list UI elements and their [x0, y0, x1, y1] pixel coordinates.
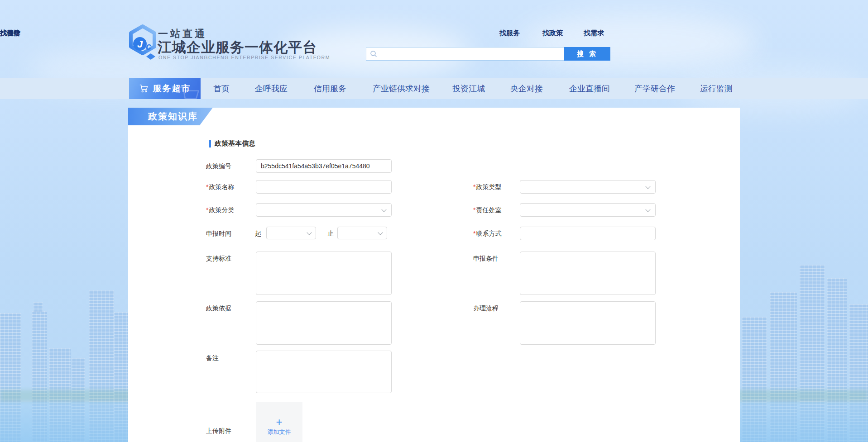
search-input[interactable]	[377, 48, 561, 60]
nav-item-invest[interactable]: 投资江城	[452, 78, 485, 99]
platform-logo-icon: J c	[128, 24, 157, 63]
brand-subtitle-en: ONE STOP JIANGCHENG ENTERPRISE SERVICE P…	[158, 55, 330, 60]
support-standard-textarea[interactable]	[256, 252, 392, 295]
cart-watermark-icon	[178, 84, 201, 99]
apply-time-to-select[interactable]	[337, 227, 387, 239]
content-panel: 政策知识库 政策基本信息 政策编号 *政策名称 *政策类型 *政策分类 *责任处…	[128, 108, 740, 442]
remark-label: 备注	[206, 354, 219, 362]
logo-letter-j: J	[137, 38, 143, 50]
duty-office-label: *责任处室	[473, 206, 501, 214]
nav-item-enterprise-response[interactable]: 企呼我应	[255, 78, 288, 99]
search-input-wrap	[366, 47, 564, 61]
section-header: 政策基本信息	[209, 139, 255, 148]
tree-band	[734, 390, 868, 402]
policy-name-input[interactable]	[256, 180, 392, 194]
apply-condition-textarea[interactable]	[520, 252, 656, 295]
nav-item-live-room[interactable]: 企业直播间	[569, 78, 610, 99]
site-header: J c 一站直通 江城企业服务一体化平台 ONE STOP JIANGCHENG…	[0, 0, 868, 78]
apply-condition-label: 申报条件	[473, 255, 499, 263]
nav-item-home[interactable]: 首页	[213, 78, 230, 99]
policy-name-label: *政策名称	[206, 183, 234, 191]
upload-label: 上传附件	[206, 427, 231, 435]
logo-letter-c: c	[146, 41, 151, 52]
nav-item-central-enterprise[interactable]: 央企对接	[510, 78, 543, 99]
cart-icon	[139, 84, 149, 94]
chevron-down-icon	[307, 230, 312, 235]
nav-item-supply-chain[interactable]: 产业链供求对接	[373, 78, 430, 99]
policy-category-select[interactable]	[256, 203, 392, 217]
duty-office-select[interactable]	[520, 203, 656, 217]
policy-basis-label: 政策依据	[206, 304, 231, 313]
quick-link-find-demand[interactable]: 找需求	[584, 29, 604, 38]
quick-link-find-cooperation[interactable]: 找合作	[0, 29, 20, 38]
plus-icon: +	[276, 417, 282, 427]
chevron-down-icon	[645, 207, 650, 212]
contact-label: *联系方式	[473, 230, 501, 238]
policy-type-label: *政策类型	[473, 183, 501, 191]
search-bar: 搜 索	[366, 47, 610, 61]
remark-textarea[interactable]	[256, 351, 392, 393]
brand-title: 江城企业服务一体化平台	[158, 38, 317, 57]
policy-type-select[interactable]	[520, 180, 656, 194]
section-accent-bar	[209, 140, 211, 147]
chevron-down-icon	[645, 184, 650, 189]
chevron-down-icon	[378, 230, 383, 235]
chevron-down-icon	[381, 207, 386, 212]
add-file-button[interactable]: + 添加文件	[256, 402, 302, 442]
page-title: 政策知识库	[128, 108, 213, 125]
policy-basis-textarea[interactable]	[256, 301, 392, 345]
quick-link-find-policy[interactable]: 找政策	[542, 29, 563, 38]
nav-item-service-market[interactable]: 服务超市	[129, 78, 201, 99]
handle-process-textarea[interactable]	[520, 301, 656, 345]
main-nav: 服务超市 首页 企呼我应 信用服务 产业链供求对接 投资江城 央企对接 企业直播…	[0, 78, 868, 99]
contact-input[interactable]	[520, 227, 656, 240]
quick-link-find-service[interactable]: 找服务	[499, 29, 520, 38]
add-file-label: 添加文件	[268, 428, 291, 436]
nav-item-credit-service[interactable]: 信用服务	[314, 78, 346, 99]
policy-category-label: *政策分类	[206, 206, 234, 214]
handle-process-label: 办理流程	[473, 304, 499, 313]
apply-time-label: 申报时间	[206, 230, 231, 238]
section-title: 政策基本信息	[215, 139, 255, 148]
search-icon	[370, 50, 377, 57]
nav-item-operation-monitor[interactable]: 运行监测	[700, 78, 733, 99]
nav-item-industry-research[interactable]: 产学研合作	[634, 78, 675, 99]
apply-time-to-label: 止	[327, 230, 334, 238]
policy-no-input[interactable]	[256, 159, 392, 173]
apply-time-from-label: 起	[255, 230, 261, 238]
policy-no-label: 政策编号	[206, 162, 231, 171]
apply-time-from-select[interactable]	[266, 227, 316, 239]
search-button[interactable]: 搜 索	[564, 47, 610, 61]
tree-band	[0, 390, 136, 402]
building-silhouette	[34, 302, 43, 312]
support-standard-label: 支持标准	[206, 255, 231, 263]
